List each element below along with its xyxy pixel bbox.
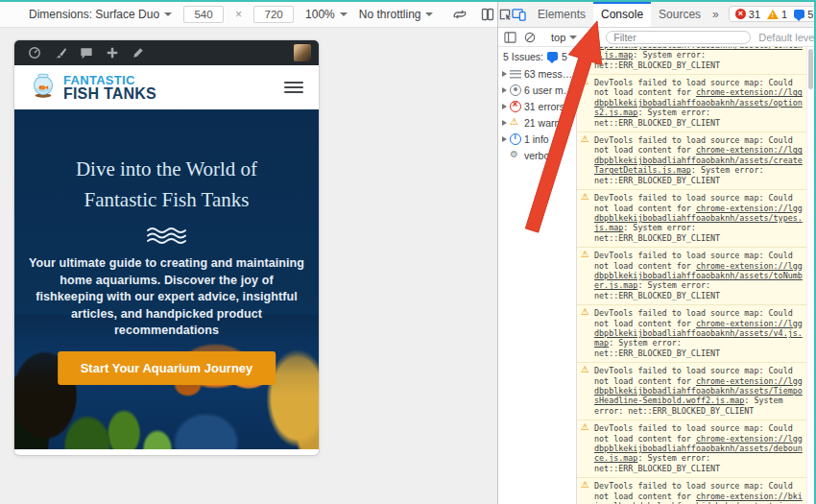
console-warning-message: ⚠DevTools failed to load source map: Cou…	[577, 75, 806, 132]
device-toolbar: Dimensions: Surface Duo × 100% No thrott…	[0, 2, 497, 28]
sidebar-item-label: 6 user messages	[524, 84, 576, 96]
clear-console-icon[interactable]	[524, 32, 536, 43]
chevron-down-icon	[164, 12, 172, 16]
pencil-icon[interactable]	[132, 46, 145, 60]
sidebar-item-user-messages[interactable]: 6 user messages	[498, 82, 576, 98]
hero-heading: Dive into the World of Fantastic Fish Ta…	[14, 154, 319, 215]
disclosure-triangle-icon[interactable]	[502, 71, 507, 77]
width-input[interactable]	[183, 6, 224, 23]
hero-heading-line2: Fantastic Fish Tanks	[14, 184, 319, 215]
console-toolbar: top Default levels	[498, 28, 814, 47]
eye-live-expression-icon[interactable]	[585, 33, 598, 42]
disclosure-triangle-icon[interactable]	[502, 87, 507, 93]
chevron-down-icon	[340, 12, 348, 16]
warning-triangle-icon: ⚠	[581, 422, 589, 432]
console-warning-message: ⚠DevTools failed to load source map: Cou…	[577, 420, 806, 478]
rotate-icon[interactable]	[452, 8, 468, 21]
sidebar-item-label: 21 warnings	[524, 117, 576, 129]
issues-label: 5 Issues:	[503, 51, 543, 62]
zoom-select-label: 100%	[305, 8, 335, 21]
console-warning-message: ⚠DevTools failed to load source map: Cou…	[577, 132, 806, 190]
console-sidebar: 63 messages 6 user messages 31 errors 21…	[498, 65, 577, 504]
throttling-select-label: No throttling	[359, 8, 421, 21]
warning-triangle-icon	[767, 10, 779, 19]
tab-sources[interactable]: Sources	[651, 2, 708, 27]
devtools-tab-bar: Elements Console Sources » × 31 1	[498, 2, 814, 28]
warning-triangle-icon: ⚠	[581, 365, 589, 374]
message-error-text: : System error: net::ERR_BLOCKED_BY_CLIE…	[594, 338, 720, 357]
verbose-icon	[510, 150, 521, 161]
sidebar-item-label: 1 info	[524, 133, 549, 145]
emulated-page-area: FANTASTIC FISH TANKS Dive into the World…	[0, 29, 497, 504]
issues-bar[interactable]: 5 Issues: 5	[498, 47, 577, 65]
brush-icon[interactable]	[54, 46, 67, 60]
logo-line2: FISH TANKS	[63, 86, 156, 102]
hamburger-menu-icon[interactable]	[284, 82, 303, 93]
user-messages-icon	[510, 84, 521, 96]
issues-chat-icon	[547, 52, 558, 60]
sidebar-item-label: 63 messages	[524, 68, 576, 80]
dimension-separator: ×	[235, 8, 242, 21]
dual-screen-icon[interactable]	[481, 8, 494, 21]
gauge-icon[interactable]	[28, 46, 41, 60]
sidebar-item-errors[interactable]: 31 errors	[498, 98, 576, 114]
info-icon	[510, 133, 521, 145]
error-circle-icon: ×	[735, 9, 746, 19]
console-warning-message: ⚠DevTools failed to load source map: Cou…	[577, 248, 806, 305]
warning-triangle-icon: ⚠	[581, 307, 589, 317]
disclosure-triangle-icon[interactable]	[502, 136, 507, 142]
wp-admin-bar	[14, 40, 319, 65]
hero-paragraph: Your ultimate guide to creating and main…	[28, 255, 306, 340]
hero-heading-line1: Dive into the World of	[14, 154, 319, 184]
zoom-select[interactable]: 100%	[305, 8, 348, 21]
context-selector[interactable]: top	[551, 32, 577, 43]
site-logo[interactable]: FANTASTIC FISH TANKS	[30, 72, 156, 103]
avatar[interactable]	[294, 44, 311, 61]
tab-elements[interactable]: Elements	[530, 2, 593, 27]
error-badge: × 31	[735, 9, 760, 20]
console-warning-message: ⚠DevTools failed to load source map: Cou…	[577, 363, 806, 420]
toggle-device-toolbar-icon[interactable]	[512, 2, 526, 27]
console-messages: ⚠DevTools failed to load source map: Cou…	[577, 47, 806, 504]
status-badges[interactable]: × 31 1 5	[729, 6, 816, 22]
chevron-down-icon	[425, 12, 433, 16]
scrollbar-thumb[interactable]	[808, 49, 813, 89]
sidebar-item-label: 31 errors	[524, 101, 564, 112]
start-journey-button[interactable]: Start Your Aquarium Journey	[58, 351, 276, 385]
console-warning-message: ⚠DevTools failed to load source map: Cou…	[577, 47, 806, 75]
throttling-select[interactable]: No throttling	[359, 8, 434, 21]
fishbowl-icon	[30, 72, 57, 103]
devtools-panel: Elements Console Sources » × 31 1	[497, 2, 814, 504]
logo-line1: FANTASTIC	[63, 74, 156, 86]
phone-viewport: FANTASTIC FISH TANKS Dive into the World…	[14, 40, 319, 455]
console-scrollbar[interactable]	[806, 47, 814, 504]
disclosure-triangle-icon[interactable]	[502, 120, 507, 126]
disclosure-triangle-icon[interactable]	[502, 104, 507, 109]
plus-icon[interactable]	[106, 46, 119, 60]
waves-icon	[145, 227, 189, 250]
errors-icon	[510, 101, 521, 112]
device-select[interactable]: Dimensions: Surface Duo	[29, 8, 172, 21]
hero-section: Dive into the World of Fantastic Fish Ta…	[14, 109, 319, 449]
sidebar-item-info[interactable]: 1 info	[498, 131, 576, 147]
tab-console[interactable]: Console	[593, 2, 651, 27]
sidebar-item-warnings[interactable]: 21 warnings	[498, 114, 576, 131]
log-levels-select[interactable]: Default levels	[758, 32, 816, 43]
issues-badge: 5	[794, 9, 813, 20]
issues-chat-icon	[794, 10, 804, 18]
more-tabs-button[interactable]: »	[708, 2, 723, 27]
console-sidebar-toggle-icon[interactable]	[504, 32, 516, 43]
site-header: FANTASTIC FISH TANKS	[14, 65, 319, 109]
warnings-icon	[510, 117, 521, 129]
console-warning-message: ⚠DevTools failed to load source map: Cou…	[577, 305, 806, 363]
sidebar-item-verbose[interactable]: verbose	[498, 147, 576, 163]
sidebar-item-messages[interactable]: 63 messages	[498, 65, 576, 82]
warning-triangle-icon: ⚠	[581, 134, 589, 144]
chevron-down-icon	[569, 36, 577, 39]
warning-triangle-icon: ⚠	[581, 250, 589, 259]
console-warning-message: ⚠DevTools failed to load source map: Cou…	[577, 478, 806, 504]
inspect-element-icon[interactable]	[498, 2, 512, 27]
filter-input[interactable]	[606, 31, 751, 44]
height-input[interactable]	[253, 6, 294, 23]
comment-icon[interactable]	[80, 47, 93, 60]
